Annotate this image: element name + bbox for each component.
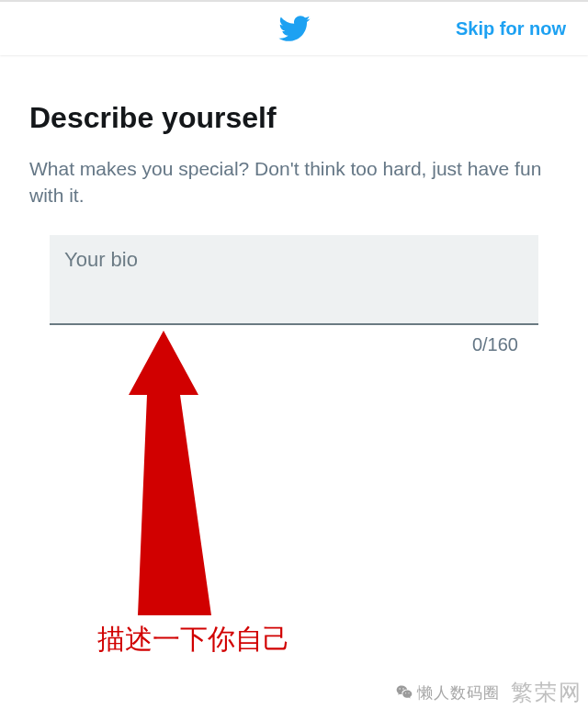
header-bar: Skip for now <box>0 0 588 55</box>
annotation-text: 描述一下你自己 <box>97 621 290 658</box>
char-counter: 0/160 <box>50 325 538 355</box>
page-subtitle: What makes you special? Don't think too … <box>29 155 559 209</box>
wechat-icon <box>395 683 413 702</box>
watermark-source: 懒人数码圈 <box>417 682 500 703</box>
skip-link[interactable]: Skip for now <box>456 18 566 39</box>
bio-textarea[interactable]: Your bio <box>50 235 538 325</box>
svg-marker-0 <box>129 331 211 615</box>
annotation-arrow <box>129 331 239 615</box>
bio-placeholder: Your bio <box>64 248 138 271</box>
page-title: Describe yourself <box>29 101 559 135</box>
twitter-bird-icon <box>277 12 311 45</box>
watermark: 懒人数码圈 繁荣网 <box>395 678 588 707</box>
main-content: Describe yourself What makes you special… <box>0 55 588 355</box>
bio-wrapper: Your bio 0/160 <box>29 235 559 355</box>
watermark-brand: 繁荣网 <box>511 678 588 707</box>
